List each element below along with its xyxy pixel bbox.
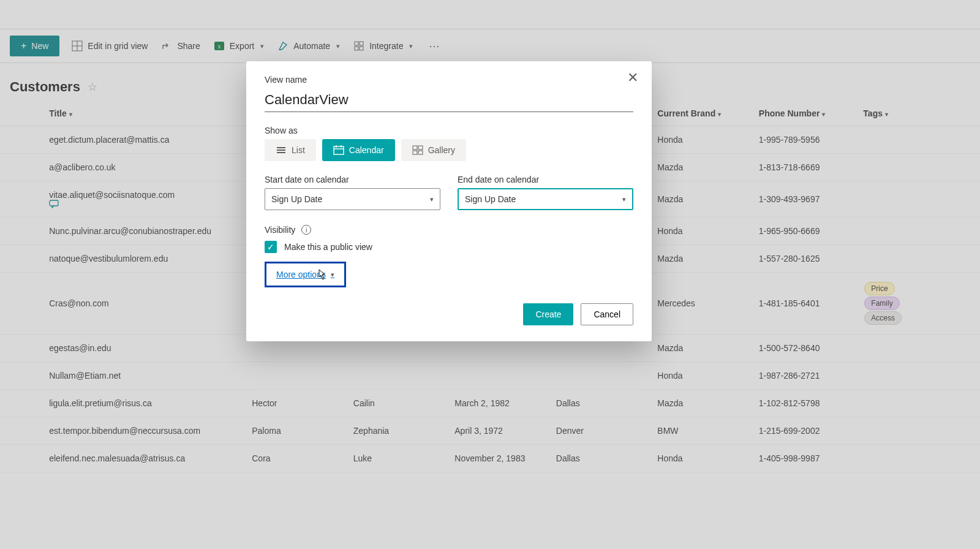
svg-rect-13	[334, 146, 344, 154]
gallery-grid-icon	[412, 145, 423, 155]
more-options-link[interactable]: More options ▾	[276, 270, 334, 279]
start-date-select[interactable]: Sign Up Date ▾	[265, 188, 440, 210]
end-date-select[interactable]: Sign Up Date ▾	[458, 188, 633, 210]
create-view-dialog: ✕ View name Show as List Calendar Galler…	[246, 61, 652, 341]
show-as-segmented: List Calendar Gallery	[265, 139, 633, 161]
svg-rect-19	[413, 151, 417, 154]
svg-rect-20	[418, 151, 423, 154]
start-date-value: Sign Up Date	[271, 194, 322, 204]
show-as-gallery-button[interactable]: Gallery	[401, 139, 466, 161]
create-button[interactable]: Create	[523, 303, 573, 325]
list-lines-icon	[276, 146, 287, 154]
svg-rect-18	[418, 146, 423, 150]
more-options-highlight: More options ▾	[265, 262, 346, 287]
chevron-down-icon: ▾	[331, 271, 334, 279]
visibility-label: Visibility	[265, 225, 295, 235]
public-view-label: Make this a public view	[284, 242, 372, 252]
start-date-label: Start date on calendar	[265, 175, 440, 184]
checkbox-checked-icon: ✓	[265, 241, 277, 253]
close-button[interactable]: ✕	[627, 70, 638, 86]
chevron-down-icon: ▾	[622, 195, 626, 203]
show-as-calendar-button[interactable]: Calendar	[322, 139, 395, 161]
svg-rect-17	[413, 146, 417, 150]
end-date-label: End date on calendar	[458, 175, 633, 184]
chevron-down-icon: ▾	[430, 195, 434, 203]
show-as-list-button[interactable]: List	[265, 139, 316, 161]
cancel-button[interactable]: Cancel	[581, 303, 633, 325]
close-icon: ✕	[627, 70, 638, 85]
info-icon[interactable]: i	[301, 225, 311, 235]
public-view-checkbox-row[interactable]: ✓ Make this a public view	[265, 241, 633, 253]
view-name-input[interactable]	[265, 88, 633, 112]
end-date-value: Sign Up Date	[465, 194, 516, 204]
show-as-label: Show as	[265, 126, 633, 135]
view-name-label: View name	[265, 75, 633, 85]
calendar-icon	[333, 145, 344, 155]
